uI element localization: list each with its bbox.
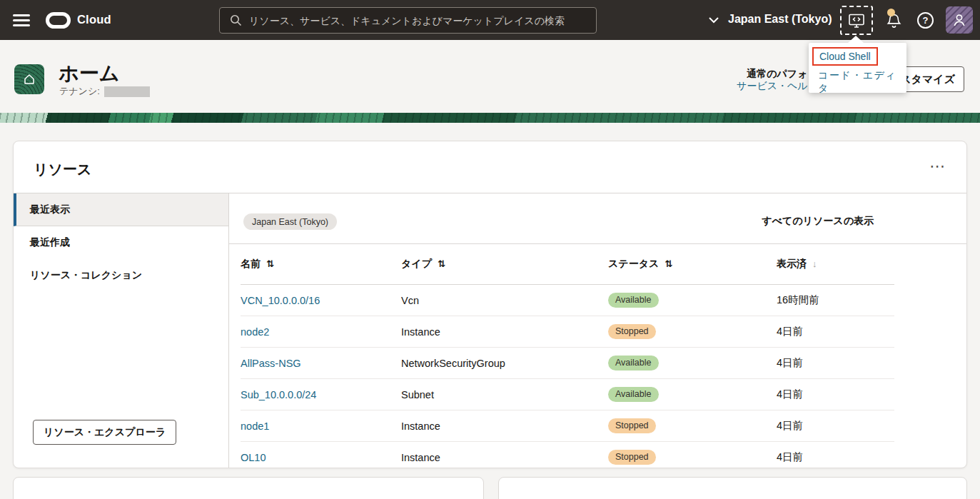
- table-row: node1 Instance Stopped 4日前: [241, 410, 894, 442]
- tab-recently-created[interactable]: 最近作成: [14, 226, 228, 259]
- code-monitor-icon: [847, 12, 866, 29]
- resources-card: リソース ⋯ 最近表示 最近作成 リソース・コレクション リソース・エクスプロー…: [13, 141, 967, 468]
- resource-viewed: 4日前: [777, 450, 894, 464]
- developer-tools-button[interactable]: [840, 6, 873, 35]
- notifications-button[interactable]: [884, 9, 904, 31]
- resource-name-link[interactable]: AllPass-NSG: [241, 358, 301, 369]
- table-row: OL10 Instance Stopped 4日前: [241, 442, 894, 468]
- question-mark-icon: ?: [923, 15, 929, 26]
- sort-icon: ⇅: [438, 258, 445, 269]
- global-search[interactable]: [219, 7, 597, 34]
- resource-viewed: 4日前: [777, 356, 894, 370]
- resources-card-title: リソース: [34, 160, 91, 179]
- resource-viewed: 4日前: [777, 325, 894, 338]
- menu-item-cloud-shell[interactable]: Cloud Shell: [809, 43, 906, 66]
- resource-explorer-button[interactable]: リソース・エクスプローラ: [33, 420, 176, 445]
- filter-row: Japan East (Tokyo) すべてのリソースの表示: [229, 193, 966, 244]
- status-badge: Stopped: [608, 418, 656, 433]
- oci-console: Cloud Japan East (Tokyo) ?: [0, 0, 980, 499]
- cloud-shell-annotation-box[interactable]: Cloud Shell: [812, 47, 878, 66]
- table-header-row: 名前⇅ タイプ⇅ ステータス⇅ 表示済↓: [241, 244, 894, 285]
- resource-viewed: 4日前: [777, 388, 894, 401]
- view-all-resources-link[interactable]: すべてのリソースの表示: [762, 215, 874, 228]
- more-actions-icon[interactable]: ⋯: [929, 157, 946, 176]
- tab-resource-collection[interactable]: リソース・コレクション: [14, 259, 228, 292]
- menu-caret: [848, 36, 864, 43]
- resource-name-link[interactable]: node1: [241, 420, 269, 432]
- resource-type: Instance: [401, 452, 608, 463]
- table-row: AllPass-NSG NetworkSecurityGroup Availab…: [241, 348, 894, 379]
- bottom-right-card: [498, 477, 967, 499]
- home-app-tile: [14, 64, 44, 94]
- search-icon: [230, 14, 242, 26]
- menu-item-code-editor[interactable]: コード・エディタ: [818, 69, 906, 95]
- region-selector[interactable]: Japan East (Tokyo): [728, 13, 832, 26]
- resource-type: NetworkSecurityGroup: [401, 358, 608, 369]
- resource-name-link[interactable]: OL10: [241, 452, 266, 463]
- hamburger-menu-icon[interactable]: [13, 14, 30, 26]
- column-header-viewed[interactable]: 表示済↓: [777, 258, 894, 271]
- status-badge: Available: [608, 293, 659, 308]
- column-header-name[interactable]: 名前⇅: [241, 258, 401, 271]
- resource-type: Vcn: [401, 295, 608, 306]
- tenancy-label: テナンシ:: [59, 86, 100, 96]
- resource-type: Instance: [401, 420, 608, 432]
- help-button[interactable]: ?: [917, 12, 934, 29]
- resources-content: Japan East (Tokyo) すべてのリソースの表示 名前⇅ タイプ⇅ …: [229, 193, 966, 468]
- service-health-link[interactable]: サービス・ヘル: [737, 80, 808, 93]
- top-navbar: Cloud Japan East (Tokyo) ?: [0, 0, 980, 40]
- status-badge: Available: [608, 387, 659, 402]
- sort-desc-icon: ↓: [812, 258, 817, 269]
- table-row: VCN_10.0.0.0/16 Vcn Available 16時間前: [241, 285, 894, 316]
- resources-card-body: 最近表示 最近作成 リソース・コレクション リソース・エクスプローラ Japan…: [14, 193, 966, 468]
- bottom-left-card: [13, 477, 484, 499]
- performance-status-text: 通常のパフォ: [747, 68, 807, 81]
- brand-label: Cloud: [77, 13, 111, 26]
- table-row: node2 Instance Stopped 4日前: [241, 316, 894, 348]
- resources-tab-list: 最近表示 最近作成 リソース・コレクション リソース・エクスプローラ: [14, 193, 229, 468]
- resources-table: 名前⇅ タイプ⇅ ステータス⇅ 表示済↓ VCN_10.0.0.0/16 Vcn…: [241, 244, 894, 468]
- oracle-logo-icon: [46, 12, 71, 29]
- resource-type: Subnet: [401, 389, 608, 400]
- user-avatar[interactable]: [946, 6, 973, 34]
- tenancy-value-redacted: [104, 86, 150, 97]
- tab-recently-viewed[interactable]: 最近表示: [14, 193, 228, 226]
- page-title: ホーム: [59, 60, 119, 87]
- status-badge: Stopped: [608, 324, 656, 339]
- resource-name-link[interactable]: VCN_10.0.0.0/16: [241, 295, 320, 306]
- column-header-type[interactable]: タイプ⇅: [401, 258, 608, 271]
- region-filter-chip[interactable]: Japan East (Tokyo): [243, 213, 337, 230]
- resources-card-header: リソース ⋯: [14, 141, 966, 193]
- search-input[interactable]: [242, 15, 596, 26]
- column-header-status[interactable]: ステータス⇅: [608, 258, 777, 271]
- sort-icon: ⇅: [266, 258, 274, 269]
- decorative-banner: [0, 113, 980, 123]
- status-badge: Stopped: [608, 450, 656, 465]
- home-icon: [22, 72, 36, 86]
- resource-viewed: 16時間前: [777, 293, 894, 307]
- notification-dot: [887, 9, 895, 16]
- resource-name-link[interactable]: node2: [241, 326, 269, 338]
- chevron-down-icon: [709, 17, 719, 24]
- resource-viewed: 4日前: [777, 419, 894, 433]
- table-row: Sub_10.0.0.0/24 Subnet Available 4日前: [241, 379, 894, 410]
- resource-type: Instance: [401, 326, 608, 338]
- person-icon: [951, 11, 968, 29]
- status-badge: Available: [608, 356, 659, 371]
- developer-tools-menu: Cloud Shell コード・エディタ: [809, 43, 906, 93]
- sort-icon: ⇅: [665, 258, 672, 269]
- resource-name-link[interactable]: Sub_10.0.0.0/24: [241, 389, 316, 400]
- tenancy-line: テナンシ:: [59, 85, 150, 98]
